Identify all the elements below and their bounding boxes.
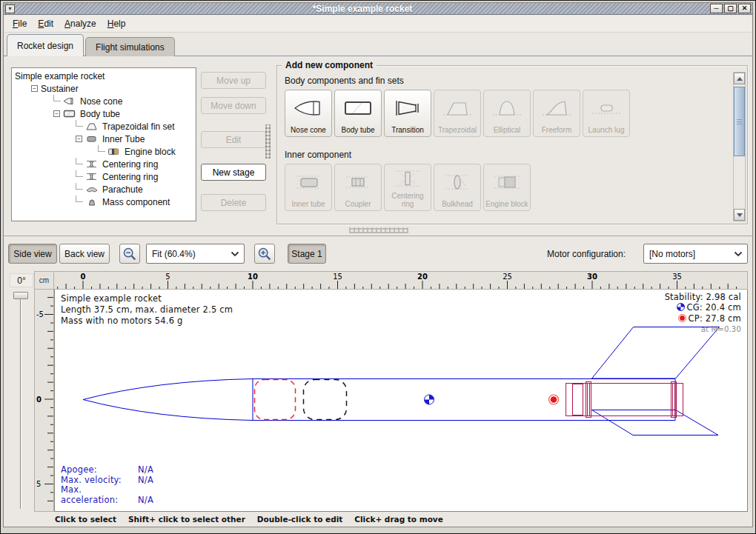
tab-flight-simulations[interactable]: Flight simulations [85, 37, 175, 56]
edit-button[interactable]: Edit [201, 131, 266, 148]
tree-collapse-toggle[interactable]: − [53, 110, 60, 117]
horizontal-splitter[interactable] [349, 227, 408, 233]
add-bulkhead-button[interactable]: Bulkhead [434, 164, 481, 211]
body-tube-outline[interactable] [253, 379, 675, 421]
maximize-button[interactable]: ▢ [724, 4, 737, 13]
close-button[interactable]: ✕ [738, 4, 751, 13]
cp-legend: CP: 27.8 cm [665, 313, 741, 324]
menu-edit[interactable]: Edit [33, 16, 60, 31]
app-icon-glyph: ▾ [8, 6, 11, 12]
nose-cone-outline[interactable] [83, 379, 253, 421]
tree-item-mass-component[interactable]: Mass component [12, 196, 196, 208]
zoom-select[interactable]: Fit (60.4%) [146, 244, 245, 264]
scroll-down-button[interactable] [734, 209, 745, 221]
component-tree[interactable]: Simple example rocket−SustainerNose cone… [11, 67, 196, 221]
minimize-button[interactable]: ─ [710, 4, 723, 13]
vertical-splitter[interactable] [265, 124, 271, 158]
tree-item-trapezoidal-fin-set[interactable]: Trapezoidal fin set [12, 120, 196, 133]
fin-trapezoidal-icon [441, 90, 474, 126]
move-down-button[interactable]: Move down [201, 97, 266, 114]
component-button-label: Nose cone [291, 126, 326, 134]
cp-marker[interactable] [549, 395, 559, 404]
menu-analyze[interactable]: Analyze [60, 16, 103, 31]
cg-legend: CG: 20.4 cm [665, 302, 741, 313]
titlebar[interactable]: ▾ *Simple example rocket ─ ▢ ✕ [4, 3, 752, 15]
component-button-label: Bulkhead [442, 200, 473, 208]
scrollbar-thumb[interactable] [734, 87, 745, 156]
tree-item-label: Simple example rocket [15, 71, 105, 81]
fin-set-icon [85, 121, 99, 131]
tree-item-centering-ring[interactable]: Centering ring [12, 158, 196, 170]
scroll-up-button[interactable] [734, 73, 745, 84]
component-row: Nose coneBody tubeTransitionTrapezoidalE… [285, 90, 747, 137]
zoom-in-button[interactable] [254, 244, 275, 264]
delete-button[interactable]: Delete [201, 194, 266, 211]
motor-configuration-select[interactable]: [No motors] [643, 244, 748, 264]
tree-connector [76, 158, 83, 164]
component-scrollbar[interactable] [733, 72, 746, 221]
add-launch-lug-button[interactable]: Launch lug [583, 90, 630, 137]
tab-bar: Rocket designFlight simulations [7, 34, 176, 56]
tree-connector [53, 95, 61, 101]
add-freeform-button[interactable]: Freeform [533, 90, 580, 137]
magnifier-minus-icon [122, 246, 138, 262]
menu-file[interactable]: File [8, 16, 33, 31]
tree-item-inner-tube[interactable]: −Inner Tube [12, 133, 196, 145]
tree-item-engine-block[interactable]: Engine block [12, 145, 196, 158]
tree-item-label: Mass component [102, 197, 170, 207]
centering-ring-1[interactable] [586, 382, 591, 418]
slider-handle[interactable] [13, 292, 28, 299]
svg-text:15: 15 [333, 273, 342, 281]
svg-text:5: 5 [165, 273, 170, 281]
tree-collapse-toggle[interactable]: − [31, 85, 38, 92]
back-view-toggle[interactable]: Back view [59, 244, 110, 264]
add-body-tube-button[interactable]: Body tube [334, 90, 382, 137]
engine-block-icon [107, 147, 121, 156]
window-title: *Simple example rocket [15, 4, 710, 14]
tree-item-nose-cone[interactable]: Nose cone [12, 95, 196, 107]
new-stage-button[interactable]: New stage [201, 164, 266, 181]
tree-item-sustainer[interactable]: −Sustainer [12, 82, 196, 95]
add-nose-cone-button[interactable]: Nose cone [285, 90, 332, 137]
component-row: Inner tubeCouplerCentering ringBulkheadE… [285, 164, 747, 211]
tree-item-label: Centering ring [102, 159, 158, 170]
rocket-mass-line: Mass with no motors 54.6 g [61, 316, 233, 327]
side-view-toggle[interactable]: Side view [8, 244, 57, 264]
flight-row-max-velocity: Max. velocity:N/A [61, 475, 153, 486]
add-engine-block-button[interactable]: Engine block [483, 164, 531, 211]
tab-rocket-design[interactable]: Rocket design [7, 34, 84, 56]
add-elliptical-button[interactable]: Elliptical [483, 90, 531, 137]
stage-1-toggle[interactable]: Stage 1 [288, 244, 326, 264]
add-trapezoidal-button[interactable]: Trapezoidal [434, 90, 481, 137]
tree-item-parachute[interactable]: Parachute [12, 183, 196, 196]
add-centering-ring-button[interactable]: Centering ring [384, 164, 431, 211]
mass-component-outline[interactable] [304, 380, 347, 420]
tree-connector [98, 145, 105, 152]
rotation-slider[interactable] [11, 290, 30, 510]
cp-icon [678, 314, 686, 324]
engine-block-outline[interactable] [573, 384, 583, 415]
group-label-inner-component: Inner component [285, 150, 747, 160]
add-inner-tube-button[interactable]: Inner tube [285, 164, 332, 211]
ruler-unit-label: cm [34, 271, 54, 290]
tree-item-simple-example-rocket[interactable]: Simple example rocket [12, 70, 196, 82]
inner-tube-outline[interactable] [566, 384, 683, 416]
move-up-button[interactable]: Move up [201, 72, 266, 89]
rocket-figure-canvas[interactable]: Simple example rocket Length 37.5 cm, ma… [54, 290, 748, 512]
inner-tube-icon [292, 164, 325, 200]
rocket-name-line: Simple example rocket [61, 293, 233, 304]
add-coupler-button[interactable]: Coupler [334, 164, 382, 211]
zoom-out-button[interactable] [119, 244, 140, 264]
app-menu-icon[interactable]: ▾ [5, 4, 15, 13]
component-button-label: Body tube [341, 126, 374, 134]
coupler-icon [342, 164, 374, 200]
tree-item-body-tube[interactable]: −Body tube [12, 107, 196, 120]
cg-marker[interactable] [425, 395, 434, 404]
tree-item-centering-ring[interactable]: Centering ring [12, 170, 196, 183]
tree-item-label: Parachute [102, 184, 143, 195]
menu-help[interactable]: Help [103, 16, 133, 31]
fin-bottom-outline[interactable] [592, 410, 719, 435]
add-transition-button[interactable]: Transition [384, 90, 431, 137]
tree-collapse-toggle[interactable]: − [76, 136, 82, 142]
parachute-outline[interactable] [255, 380, 296, 420]
